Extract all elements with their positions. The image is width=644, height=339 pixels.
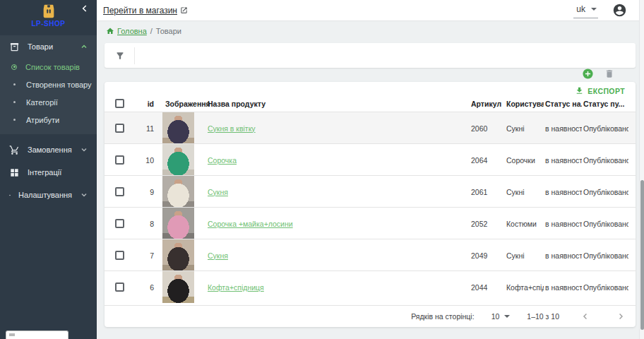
rows-per-page-label: Рядків на сторінці: [411, 312, 474, 321]
row-checkbox[interactable] [115, 282, 124, 292]
go-to-store-link[interactable]: Перейти в магазин [103, 6, 188, 16]
sidebar-item-orders[interactable]: Замовлення [0, 138, 97, 161]
cell-id: 7 [134, 251, 157, 260]
filter-button[interactable] [115, 51, 125, 61]
cell-sku: 2060 [470, 124, 505, 133]
pagination: Рядків на сторінці: 10 1–10 з 10 [105, 305, 636, 327]
pagination-range: 1–10 з 10 [527, 312, 559, 321]
sidebar-item-products[interactable]: Товари [0, 35, 97, 58]
cell-category: Костюми [505, 220, 544, 228]
product-link[interactable]: Сукня [208, 251, 228, 260]
product-link[interactable]: Сорочка [208, 156, 237, 165]
sidebar-item-attributes[interactable]: Атрибути [0, 111, 97, 129]
store-link-label: Перейти в магазин [103, 6, 177, 16]
row-checkbox[interactable] [115, 124, 124, 133]
add-product-button[interactable] [582, 68, 594, 80]
sidebar-collapse-button[interactable] [79, 4, 90, 15]
breadcrumb-home-link[interactable]: Головна [106, 27, 147, 35]
rows-per-page-select[interactable]: 10 [491, 312, 511, 321]
cell-category: Сукні [505, 124, 544, 133]
previous-page-button[interactable] [576, 311, 595, 321]
scrollbar-thumb[interactable] [640, 180, 644, 330]
row-checkbox[interactable] [115, 187, 124, 196]
column-sku: Артикул [470, 100, 505, 108]
cell-id: 8 [134, 220, 157, 228]
cell-sku: 2044 [470, 283, 505, 292]
column-id: id [134, 100, 157, 108]
breadcrumb-home-label: Головна [117, 27, 147, 35]
column-name: Назва продукту [199, 100, 470, 108]
breadcrumb: Головна / Товари [97, 21, 637, 40]
rows-per-page-value: 10 [491, 312, 500, 321]
sidebar-item-integrations[interactable]: Інтеграції [0, 161, 97, 184]
cell-image [157, 112, 199, 144]
sidebar-item-label: Налаштування [18, 191, 72, 199]
product-link[interactable]: Сорочка +майка+лосини [208, 220, 293, 228]
cell-sku: 2049 [470, 251, 505, 260]
gear-icon [9, 190, 11, 201]
sidebar-subitem-label: Створення товару [26, 81, 92, 89]
cell-stock-status: в наявності [544, 251, 582, 260]
cell-name: Сукня [199, 251, 470, 260]
cell-category: Сукні [505, 188, 544, 196]
cell-publish-status: Опубліковано [582, 283, 628, 292]
page-scrollbar[interactable] [639, 0, 644, 339]
cell-category: Кофта+спідниц [505, 283, 544, 292]
breadcrumb-current: Товари [156, 27, 181, 35]
filter-bar [105, 43, 636, 68]
row-checkbox[interactable] [115, 155, 124, 165]
external-link-icon [180, 6, 188, 14]
sidebar-item-product-list[interactable]: Список товарів [0, 58, 97, 76]
chevron-up-icon [80, 42, 88, 51]
row-checkbox[interactable] [115, 219, 124, 228]
table-row: 7 Сукня 2049 Сукні в наявності Опубліков… [105, 239, 636, 270]
language-select[interactable]: uk [573, 2, 598, 18]
cell-name: Кофта+спідниця [199, 283, 470, 292]
menu-group-products: Товари Список товарів Створення товару К… [0, 35, 97, 134]
sidebar-subitem-label: Категорії [26, 98, 58, 107]
cell-publish-status: Опубліковано [582, 124, 628, 133]
product-image [162, 144, 194, 176]
row-checkbox[interactable] [115, 251, 124, 260]
cell-stock-status: в наявності [544, 283, 582, 292]
cell-publish-status: Опубліковано [582, 188, 628, 196]
cell-category: Сукні [505, 251, 544, 260]
topbar-right: uk [573, 2, 627, 18]
filter-funnel-icon [115, 51, 125, 61]
export-button[interactable]: ЕКСПОРТ [575, 86, 625, 95]
table-row: 9 Сукня 2061 Сукні в наявності Опубліков… [105, 175, 636, 207]
dot-bullet-icon [13, 83, 16, 85]
cell-category: Сорочки [505, 156, 544, 165]
account-circle-icon [612, 3, 627, 18]
table-row: 10 Сорочка 2064 Сорочки в наявності Опуб… [105, 143, 636, 175]
dot-bullet-icon [13, 101, 16, 103]
cell-publish-status: Опубліковано [582, 251, 628, 260]
grid-icon [9, 167, 20, 178]
cell-stock-status: в наявності [544, 220, 582, 228]
next-page-button[interactable] [612, 311, 630, 321]
select-all-checkbox[interactable] [115, 99, 124, 108]
cell-id: 11 [134, 124, 157, 133]
cell-name: Сорочка +майка+лосини [199, 220, 470, 228]
product-link[interactable]: Сукня в квітку [208, 124, 256, 133]
breadcrumb-separator: / [150, 27, 153, 35]
cell-name: Сукня [199, 188, 470, 196]
sidebar-item-settings[interactable]: Налаштування [0, 184, 97, 206]
product-link[interactable]: Сукня [208, 188, 228, 196]
delete-button[interactable] [604, 69, 614, 79]
filter-divider [134, 47, 135, 64]
product-link[interactable]: Кофта+спідниця [208, 283, 264, 292]
sidebar-item-product-create[interactable]: Створення товару [0, 76, 97, 93]
sidebar-item-categories[interactable]: Категорії [0, 93, 97, 111]
cell-name: Сорочка [199, 156, 470, 165]
chevron-down-icon [80, 145, 88, 154]
account-button[interactable] [612, 3, 627, 18]
column-stock-status: Статус на... [544, 100, 582, 108]
cart-icon [9, 145, 20, 155]
bulk-actions [105, 66, 636, 81]
cell-sku: 2061 [470, 188, 505, 196]
cell-stock-status: в наявності [544, 124, 582, 133]
sidebar: LP-SHOP Товари Список товарів Створення [0, 0, 97, 339]
table-row: 8 Сорочка +майка+лосини 2052 Костюми в н… [105, 207, 636, 239]
home-icon [106, 27, 114, 35]
